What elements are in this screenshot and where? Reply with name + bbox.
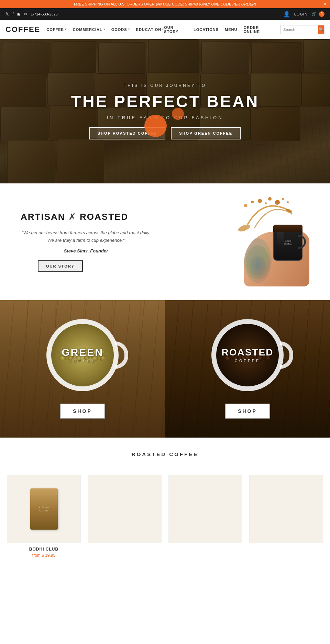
phone-number: 1-714-633-2326 [31, 12, 57, 16]
product-image-empty [168, 475, 242, 543]
hero-title: THE PERFECT BEAN [71, 92, 259, 111]
product-card-empty-1 [88, 475, 162, 598]
orange-circle [144, 115, 167, 137]
nav-order-online[interactable]: ORDER ONLINE [243, 25, 274, 34]
roasted-coffee-section: ROASTED COFFEE SHOP [165, 300, 330, 438]
search-box[interactable]: 🔍 [280, 25, 324, 34]
nav-our-story[interactable]: OUR STORY [164, 25, 187, 34]
shop-green-banner-button[interactable]: SHOP [60, 404, 105, 419]
nav-item-coffee[interactable]: COFFEE ▾ [46, 27, 67, 32]
artisan-text: ARTISAN ✗ ROASTED "We get our beans from… [21, 212, 151, 272]
search-input[interactable] [280, 25, 318, 34]
artisan-section: ARTISAN ✗ ROASTED "We get our beans from… [0, 183, 330, 300]
close-icon[interactable]: × [324, 1, 327, 7]
email-icon[interactable]: ✉ [24, 12, 27, 16]
nav-locations[interactable]: LOCATIONS [194, 27, 219, 32]
nav-left: COFFEE COFFEE ▾ COMMERCIAL ▾ GOODS ▾ EDU… [6, 25, 164, 34]
x-mark: ✗ [68, 212, 80, 222]
product-card-empty-3 [249, 475, 323, 598]
roasted-coffee-label-main: ROASTED [222, 348, 274, 357]
hero-section: THIS IS OUR JOURNEY TO THE PERFECT BEAN … [0, 39, 330, 183]
chevron-down-icon: ▾ [65, 28, 67, 31]
shop-green-button[interactable]: SHOP GREEN COFFEE [171, 127, 241, 139]
login-button[interactable]: LOGIN [294, 12, 308, 16]
cart-button[interactable]: 🛒 0 [312, 11, 324, 17]
cart-count: 0 [319, 11, 324, 17]
site-logo[interactable]: COFFEE [6, 25, 40, 34]
instagram-icon[interactable]: ◉ [17, 12, 20, 16]
product-price: from $ 19.95 [7, 553, 81, 558]
announcement-text: FREE SHIPPING ON ALL U.S. ORDERS OVER $4… [74, 2, 198, 6]
products-banner: GREEN COFFEE SHOP [0, 300, 330, 438]
user-icon: 👤 [283, 11, 290, 18]
product-image: BODHICLUB [7, 475, 81, 543]
green-coffee-section: GREEN COFFEE SHOP [0, 300, 165, 438]
nav-item-commercial[interactable]: COMMERCIAL ▾ [73, 27, 105, 32]
products-grid: BODHICLUB BODHI CLUB from $ 19.95 [7, 468, 323, 605]
product-name: BODHI CLUB [7, 547, 81, 552]
product-image-empty [249, 475, 323, 543]
nav-menu[interactable]: MENU [225, 27, 237, 32]
hero-overlay: THIS IS OUR JOURNEY TO THE PERFECT BEAN … [0, 39, 330, 183]
search-button[interactable]: 🔍 [318, 25, 324, 34]
roasted-section-title: ROASTED COFFEE [7, 451, 323, 462]
artisan-heading: ARTISAN ✗ ROASTED [21, 212, 151, 222]
orange-circle-small [172, 108, 184, 120]
roasted-coffee-section-products: ROASTED COFFEE BODHICLUB BODHI CLUB from… [0, 438, 330, 612]
product-image-empty [88, 475, 162, 543]
roasted-coffee-label-sub: COFFEE [222, 359, 274, 363]
announcement-bar: FREE SHIPPING ON ALL U.S. ORDERS OVER $4… [0, 0, 330, 8]
chevron-down-icon: ▾ [128, 28, 130, 31]
our-story-button[interactable]: OUR STORY [38, 260, 83, 272]
hero-tagline: IN TRUE FARM TO CUP FASHION [107, 115, 223, 120]
green-coffee-label-sub: COFFEE [62, 359, 103, 363]
artisan-image: GoodCoffee [151, 204, 309, 280]
chevron-down-icon: ▾ [103, 28, 105, 31]
nav-item-goods[interactable]: GOODS ▾ [111, 27, 130, 32]
nav-item-education[interactable]: EDUCATION ▾ [136, 27, 164, 32]
product-card-empty-2 [168, 475, 242, 598]
artisan-quote: "We get our beans from farmers across th… [21, 229, 151, 244]
account-actions: 👤 LOGIN 🛒 0 [283, 11, 324, 18]
navbar: COFFEE COFFEE ▾ COMMERCIAL ▾ GOODS ▾ EDU… [0, 20, 330, 39]
announcement-highlight: (ONLY ONE CODE PER ORDER) [199, 2, 256, 6]
green-coffee-label-main: GREEN [62, 347, 103, 358]
product-card: BODHICLUB BODHI CLUB from $ 19.95 [7, 475, 81, 598]
shop-roasted-banner-button[interactable]: SHOP [225, 404, 270, 419]
social-bar: 𝕏 f ◉ ✉ 1-714-633-2326 👤 LOGIN 🛒 0 [0, 8, 330, 20]
twitter-icon[interactable]: 𝕏 [6, 12, 9, 16]
hero-subtitle: THIS IS OUR JOURNEY TO [124, 83, 206, 88]
nav-right: OUR STORY LOCATIONS MENU ORDER ONLINE 🔍 [164, 25, 324, 34]
social-links: 𝕏 f ◉ ✉ 1-714-633-2326 [6, 12, 58, 16]
facebook-icon[interactable]: f [12, 12, 13, 16]
artisan-founder: Steve Sims, Founder [21, 248, 151, 253]
